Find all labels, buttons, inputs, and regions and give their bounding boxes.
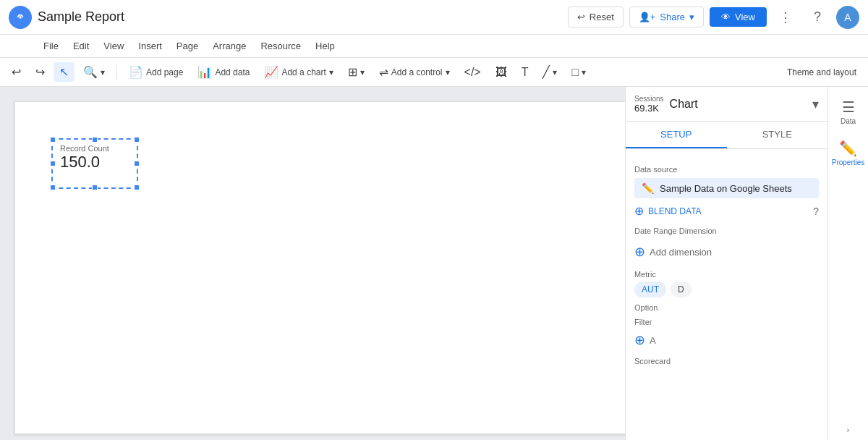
redo-button[interactable]: ↪ bbox=[30, 62, 51, 82]
chevron-down-icon: ▾ bbox=[329, 67, 333, 77]
top-bar: Sample Report ↩ Reset 👤+ Share ▾ 👁 View … bbox=[0, 0, 868, 35]
help-button[interactable]: ? bbox=[804, 4, 830, 30]
undo-icon: ↩ bbox=[12, 65, 21, 79]
chart-icon: 📈 bbox=[264, 65, 278, 79]
sessions-label: Sessions bbox=[634, 95, 664, 103]
handle-top-right[interactable] bbox=[134, 137, 140, 143]
chart-dropdown-arrow[interactable]: ▾ bbox=[812, 96, 819, 112]
data-panel-button[interactable]: ☰ Data bbox=[831, 93, 866, 131]
menu-edit[interactable]: Edit bbox=[67, 38, 95, 54]
add-icon: ⊕ bbox=[634, 244, 645, 260]
separator bbox=[116, 65, 117, 80]
app-title: Sample Report bbox=[38, 9, 124, 25]
share-button[interactable]: 👤+ Share ▾ bbox=[629, 7, 704, 28]
handle-middle-right[interactable] bbox=[134, 161, 140, 166]
app-logo bbox=[9, 6, 32, 29]
panel-tabs: SETUP STYLE bbox=[626, 122, 827, 149]
handle-middle-left[interactable] bbox=[50, 161, 56, 166]
chevron-down-icon: ▾ bbox=[689, 12, 694, 22]
chevron-down-icon: ▾ bbox=[101, 67, 105, 77]
more-options-button[interactable]: ⋮ bbox=[773, 4, 799, 30]
data-source-section-label: Data source bbox=[634, 165, 819, 174]
help-icon: ? bbox=[813, 206, 819, 217]
blend-row[interactable]: ⊕ BLEND DATA ? bbox=[634, 204, 819, 218]
sessions-info: Sessions 69.3K bbox=[634, 95, 664, 114]
metric-chip-aut[interactable]: AUT bbox=[634, 282, 666, 297]
canvas-area[interactable]: Record Count 150.0 bbox=[0, 87, 625, 440]
menu-resource[interactable]: Resource bbox=[255, 38, 307, 54]
line-button[interactable]: ╱ ▾ bbox=[537, 62, 563, 82]
properties-panel-button[interactable]: ✏️ Properties bbox=[831, 134, 866, 172]
text-button[interactable]: T bbox=[516, 63, 535, 82]
theme-layout-button[interactable]: Theme and layout bbox=[781, 64, 862, 80]
add-control-button[interactable]: ⇌ Add a control ▾ bbox=[373, 62, 456, 82]
chevron-right-icon: › bbox=[847, 426, 849, 434]
menu-page[interactable]: Page bbox=[171, 38, 204, 54]
add-data-button[interactable]: 📊 Add data bbox=[192, 62, 255, 82]
avatar[interactable]: A bbox=[836, 6, 859, 29]
add-chart-button[interactable]: 📈 Add a chart ▾ bbox=[258, 62, 339, 82]
right-icon-panel: ☰ Data ✏️ Properties › bbox=[827, 87, 868, 440]
reset-button[interactable]: ↩ Reset bbox=[568, 7, 624, 28]
metric-label: Metric bbox=[634, 270, 819, 279]
cursor-icon: ↖ bbox=[59, 65, 69, 79]
right-panel: Sessions 69.3K Chart ▾ SETUP STYLE Data … bbox=[625, 87, 827, 440]
data-source-row[interactable]: ✏️ Sample Data on Google Sheets bbox=[634, 178, 819, 198]
chevron-down-icon: ▾ bbox=[360, 67, 365, 77]
add-filter-label: A bbox=[650, 335, 656, 346]
select-tool-button[interactable]: ↖ bbox=[54, 62, 75, 82]
eye-icon: 👁 bbox=[721, 12, 731, 22]
handle-top-left[interactable] bbox=[50, 137, 56, 143]
handle-bottom-left[interactable] bbox=[50, 185, 56, 190]
code-button[interactable]: </> bbox=[459, 63, 487, 82]
menu-file[interactable]: File bbox=[38, 38, 64, 54]
menu-bar: File Edit View Insert Page Arrange Resou… bbox=[0, 35, 868, 58]
metric-chips: AUT D bbox=[634, 282, 819, 297]
chevron-down-icon: ▾ bbox=[582, 67, 586, 77]
menu-help[interactable]: Help bbox=[310, 38, 341, 54]
filter-label: Filter bbox=[634, 318, 819, 326]
zoom-button[interactable]: 🔍 ▾ bbox=[77, 62, 111, 82]
shape-button[interactable]: □ ▾ bbox=[566, 63, 592, 82]
scorecard-widget[interactable]: Record Count 150.0 bbox=[51, 138, 138, 189]
add-filter-row[interactable]: ⊕ A bbox=[634, 329, 819, 351]
add-dimension-row[interactable]: ⊕ Add dimension bbox=[634, 240, 819, 264]
line-icon: ╱ bbox=[542, 65, 550, 79]
undo-button[interactable]: ↩ bbox=[6, 62, 27, 82]
reset-icon: ↩ bbox=[577, 12, 585, 22]
add-component-button[interactable]: ⊞ ▾ bbox=[342, 62, 370, 82]
chart-title-label: Chart bbox=[670, 98, 807, 111]
chart-header: Sessions 69.3K Chart ▾ bbox=[626, 87, 827, 122]
tab-setup[interactable]: SETUP bbox=[626, 122, 727, 148]
redo-icon: ↪ bbox=[35, 65, 45, 79]
expand-button[interactable]: › bbox=[831, 420, 866, 440]
menu-insert[interactable]: Insert bbox=[132, 38, 168, 54]
menu-view[interactable]: View bbox=[98, 38, 129, 54]
image-icon: 🖼 bbox=[495, 66, 507, 79]
add-page-button[interactable]: 📄 Add page bbox=[123, 62, 189, 82]
scorecard-inner: Record Count 150.0 bbox=[53, 140, 137, 176]
handle-top-center[interactable] bbox=[92, 137, 98, 143]
panel-content: Data source ✏️ Sample Data on Google She… bbox=[626, 149, 827, 440]
handle-bottom-right[interactable] bbox=[134, 185, 140, 190]
person-add-icon: 👤+ bbox=[639, 12, 656, 22]
data-source-name: Sample Data on Google Sheets bbox=[660, 183, 812, 194]
add-filter-icon: ⊕ bbox=[634, 332, 645, 348]
zoom-icon: 🔍 bbox=[83, 65, 98, 79]
handle-bottom-center[interactable] bbox=[92, 185, 98, 190]
code-icon: </> bbox=[464, 66, 481, 79]
image-button[interactable]: 🖼 bbox=[490, 63, 513, 82]
add-circle-icon: ⊕ bbox=[634, 204, 644, 218]
blend-label: BLEND DATA bbox=[648, 206, 702, 216]
add-dimension-label: Add dimension bbox=[650, 247, 712, 258]
metric-row: Metric AUT D bbox=[634, 270, 819, 297]
metric-chip-d[interactable]: D bbox=[671, 282, 692, 297]
scorecard-panel-label: Scorecard bbox=[634, 357, 819, 365]
menu-arrange[interactable]: Arrange bbox=[207, 38, 252, 54]
toolbar: ↩ ↪ ↖ 🔍 ▾ 📄 Add page 📊 Add data 📈 Add a … bbox=[0, 58, 868, 87]
scorecard-value: 150.0 bbox=[60, 153, 129, 172]
option-label: Option bbox=[634, 303, 819, 312]
tab-style[interactable]: STYLE bbox=[727, 122, 828, 148]
sessions-value: 69.3K bbox=[634, 103, 664, 114]
view-button[interactable]: 👁 View bbox=[710, 7, 767, 27]
